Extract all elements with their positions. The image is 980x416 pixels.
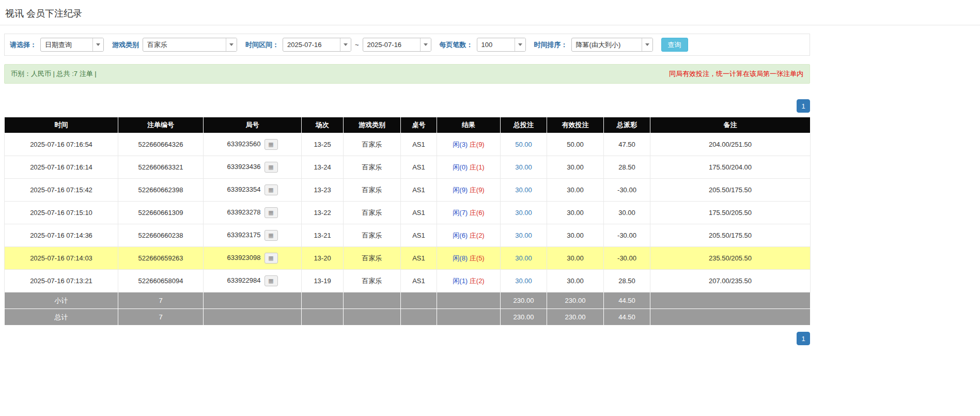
total-cell xyxy=(401,309,437,326)
total-bet-cell: 30.00 xyxy=(501,179,547,202)
round-detail-icon[interactable]: ▦ xyxy=(265,139,278,150)
total-cell xyxy=(650,309,811,326)
total-cell xyxy=(437,309,501,326)
round-id: 633923436 xyxy=(227,163,260,171)
bet-id-cell: 522660658094 xyxy=(118,270,204,292)
payout-cell: -30.00 xyxy=(604,179,650,202)
date-mode-select[interactable]: 日期查询 xyxy=(40,38,104,52)
player-result: 闲(9) xyxy=(453,186,468,194)
result-cell: 闲(9) 庄(9) xyxy=(437,179,501,202)
total-bet-link[interactable]: 30.00 xyxy=(515,209,532,217)
search-button[interactable]: 查询 xyxy=(661,38,688,52)
column-header: 备注 xyxy=(650,117,811,133)
chevron-down-icon[interactable] xyxy=(420,38,431,51)
total-bet-link[interactable]: 30.00 xyxy=(515,254,532,262)
total-bet-link[interactable]: 30.00 xyxy=(515,163,532,171)
session-cell: 13-23 xyxy=(302,179,344,202)
table-no-cell: AS1 xyxy=(401,133,437,156)
total-bet-link[interactable]: 30.00 xyxy=(515,277,532,285)
page-size-select[interactable]: 100 xyxy=(477,38,526,52)
banker-result: 庄(6) xyxy=(470,209,485,217)
time-cell: 2025-07-16 07:14:36 xyxy=(5,224,118,247)
total-bet-link[interactable]: 50.00 xyxy=(515,141,532,148)
sort-select[interactable]: 降冪(由大到小) xyxy=(571,38,653,52)
date-to-input[interactable]: 2025-07-16 xyxy=(363,38,431,52)
game-type-select[interactable]: 百家乐 xyxy=(143,38,237,52)
bet-id-cell: 522660661309 xyxy=(118,202,204,224)
notice-text: 同局有效投注，统一计算在该局第一张注单内 xyxy=(669,69,803,79)
game-type-cell: 百家乐 xyxy=(344,247,401,270)
player-result: 闲(7) xyxy=(453,209,468,217)
total-bet-cell: 30.00 xyxy=(501,247,547,270)
date-from-value: 2025-07-16 xyxy=(283,38,340,51)
chevron-down-icon[interactable] xyxy=(226,38,237,51)
note-cell: 175.50/205.50 xyxy=(650,202,811,224)
round-id: 633923278 xyxy=(227,208,260,216)
total-cell: 7 xyxy=(118,309,204,326)
round-detail-icon[interactable]: ▦ xyxy=(265,207,278,218)
total-bet-cell: 30.00 xyxy=(501,156,547,179)
subtotal-cell xyxy=(204,292,302,309)
payout-cell: 28.50 xyxy=(604,270,650,292)
payout-cell: -30.00 xyxy=(604,247,650,270)
note-cell: 175.50/204.00 xyxy=(650,156,811,179)
banker-result: 庄(9) xyxy=(470,141,485,148)
total-cell xyxy=(302,309,344,326)
game-type-cell: 百家乐 xyxy=(344,133,401,156)
subtotal-cell: 7 xyxy=(118,292,204,309)
date-mode-value: 日期查询 xyxy=(41,38,92,51)
player-result: 闲(8) xyxy=(453,254,468,262)
bet-id-cell: 522660664326 xyxy=(118,133,204,156)
time-cell: 2025-07-16 07:16:14 xyxy=(5,156,118,179)
total-bet-link[interactable]: 30.00 xyxy=(515,186,532,194)
column-header: 总派彩 xyxy=(604,117,650,133)
round-detail-icon[interactable]: ▦ xyxy=(265,162,278,173)
subtotal-cell xyxy=(344,292,401,309)
table-no-cell: AS1 xyxy=(401,224,437,247)
round-id-cell: 633923560▦ xyxy=(204,133,302,156)
valid-bet-cell: 30.00 xyxy=(547,156,604,179)
sort-label: 时间排序： xyxy=(534,40,568,50)
filter-group-sort: 时间排序： 降冪(由大到小) xyxy=(534,38,653,52)
valid-bet-cell: 50.00 xyxy=(547,133,604,156)
round-id-cell: 633923175▦ xyxy=(204,224,302,247)
banker-result: 庄(5) xyxy=(470,254,485,262)
column-header: 桌号 xyxy=(401,117,437,133)
subtotal-cell xyxy=(650,292,811,309)
column-header: 局号 xyxy=(204,117,302,133)
chevron-down-icon[interactable] xyxy=(515,38,525,51)
page-size-value: 100 xyxy=(477,38,515,51)
round-detail-icon[interactable]: ▦ xyxy=(265,253,278,264)
round-detail-icon[interactable]: ▦ xyxy=(265,230,278,241)
filter-group-daterange: 时间区间： 2025-07-16 ~ 2025-07-16 xyxy=(245,38,431,52)
chevron-down-icon[interactable] xyxy=(340,38,351,51)
note-cell: 205.50/175.50 xyxy=(650,224,811,247)
page-1-button[interactable]: 1 xyxy=(797,99,810,113)
subtotal-row: 小计7230.00230.0044.50 xyxy=(5,292,811,309)
table-no-cell: AS1 xyxy=(401,270,437,292)
table-no-cell: AS1 xyxy=(401,156,437,179)
round-id-cell: 633923354▦ xyxy=(204,179,302,202)
table-header-row: 时间注单编号局号场次游戏类别桌号结果总投注有效投注总派彩备注 xyxy=(5,117,811,133)
note-cell: 205.50/175.50 xyxy=(650,179,811,202)
game-type-cell: 百家乐 xyxy=(344,179,401,202)
payout-cell: 28.50 xyxy=(604,156,650,179)
column-header: 总投注 xyxy=(501,117,547,133)
total-cell xyxy=(204,309,302,326)
round-id-cell: 633923278▦ xyxy=(204,202,302,224)
bet-table-foot: 小计7230.00230.0044.50总计7230.00230.0044.50 xyxy=(5,292,811,326)
result-cell: 闲(8) 庄(5) xyxy=(437,247,501,270)
round-detail-icon[interactable]: ▦ xyxy=(265,275,278,286)
page-1-button[interactable]: 1 xyxy=(797,332,810,345)
session-cell: 13-21 xyxy=(302,224,344,247)
currency-summary-text: 币别：人民币 | 总共 :7 注单 | xyxy=(11,69,97,79)
pagination-bottom: 1 xyxy=(4,332,810,345)
date-from-input[interactable]: 2025-07-16 xyxy=(283,38,351,52)
chevron-down-icon[interactable] xyxy=(642,38,652,51)
total-bet-link[interactable]: 30.00 xyxy=(515,232,532,239)
chevron-down-icon[interactable] xyxy=(92,38,103,51)
bet-table-body: 2025-07-16 07:16:54522660664326633923560… xyxy=(5,133,811,292)
column-header: 时间 xyxy=(5,117,118,133)
round-detail-icon[interactable]: ▦ xyxy=(265,184,278,195)
filter-group-pagesize: 每页笔数： 100 xyxy=(440,38,526,52)
